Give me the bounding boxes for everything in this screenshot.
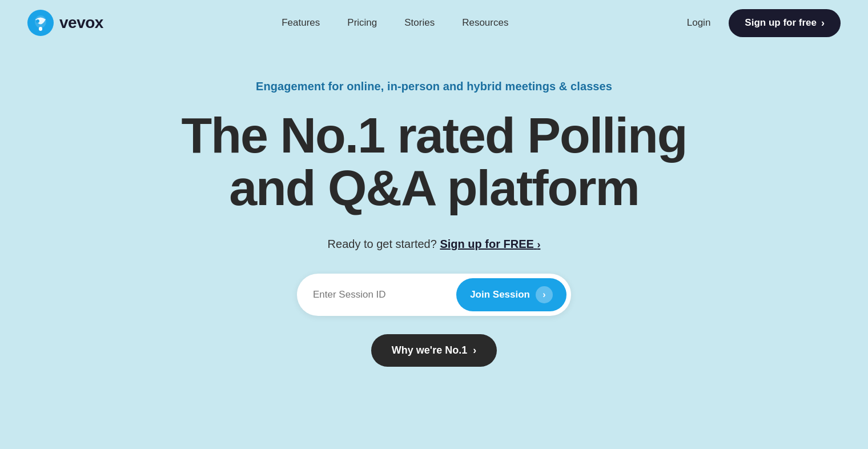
nav-link-pricing[interactable]: Pricing [347, 17, 377, 28]
session-input[interactable] [313, 289, 456, 300]
session-bar: Join Session › [297, 274, 571, 316]
svg-point-2 [36, 19, 39, 23]
hero-subtitle: Engagement for online, in-person and hyb… [256, 80, 612, 93]
hero-cta-link[interactable]: Sign up for FREE › [440, 238, 540, 250]
logo-link[interactable]: vevox [27, 10, 103, 36]
hero-cta-text: Ready to get started? Sign up for FREE › [328, 238, 541, 251]
signup-chevron-icon: › [821, 17, 825, 29]
nav-link-resources[interactable]: Resources [462, 17, 508, 28]
signup-button[interactable]: Sign up for free › [729, 9, 841, 37]
navbar: vevox Features Pricing Stories Resources… [0, 0, 868, 46]
join-session-button[interactable]: Join Session › [456, 278, 566, 311]
svg-rect-3 [39, 27, 42, 31]
logo-text: vevox [59, 14, 103, 32]
why-button[interactable]: Why we're No.1 › [371, 334, 497, 367]
login-link[interactable]: Login [687, 17, 711, 29]
nav-link-features[interactable]: Features [282, 17, 320, 28]
nav-link-stories[interactable]: Stories [404, 17, 435, 28]
nav-links: Features Pricing Stories Resources [282, 17, 508, 29]
join-arrow-icon: › [536, 286, 553, 303]
hero-section: Engagement for online, in-person and hyb… [0, 46, 868, 412]
logo-icon [27, 10, 54, 36]
nav-actions: Login Sign up for free › [687, 9, 841, 37]
hero-title: The No.1 rated Polling and Q&A platform [182, 109, 687, 215]
